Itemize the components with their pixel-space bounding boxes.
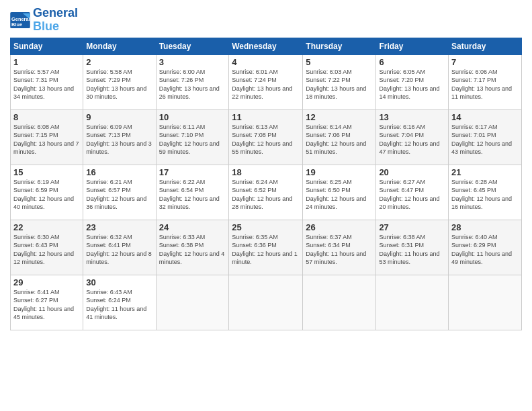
calendar-cell: 3 Sunrise: 6:00 AM Sunset: 7:26 PM Dayli… [156, 54, 229, 109]
day-number: 15 [13, 167, 80, 177]
day-number: 19 [306, 167, 373, 177]
day-number: 25 [232, 222, 300, 232]
day-info: Sunrise: 6:09 AM Sunset: 7:13 PM Dayligh… [86, 123, 152, 156]
day-info: Sunrise: 6:27 AM Sunset: 6:47 PM Dayligh… [379, 178, 445, 212]
day-info: Sunrise: 6:11 AM Sunset: 7:10 PM Dayligh… [159, 123, 226, 156]
day-number: 26 [306, 222, 373, 232]
day-number: 7 [451, 57, 519, 67]
day-info: Sunrise: 6:14 AM Sunset: 7:06 PM Dayligh… [306, 123, 373, 156]
weekday-header-wednesday: Wednesday [229, 38, 303, 54]
day-number: 2 [86, 57, 152, 67]
svg-text:Blue: Blue [11, 21, 22, 28]
calendar-cell: 16 Sunrise: 6:21 AM Sunset: 6:57 PM Dayl… [83, 165, 156, 220]
calendar-cell: 22 Sunrise: 6:30 AM Sunset: 6:43 PM Dayl… [11, 220, 83, 275]
calendar-cell: 10 Sunrise: 6:11 AM Sunset: 7:10 PM Dayl… [156, 109, 229, 165]
day-info: Sunrise: 6:16 AM Sunset: 7:04 PM Dayligh… [379, 123, 445, 156]
day-info: Sunrise: 6:22 AM Sunset: 6:54 PM Dayligh… [159, 178, 226, 212]
day-info: Sunrise: 6:32 AM Sunset: 6:41 PM Dayligh… [86, 233, 152, 267]
day-number: 3 [159, 57, 226, 67]
calendar-cell: 14 Sunrise: 6:17 AM Sunset: 7:01 PM Dayl… [449, 109, 522, 165]
logo-subtext: Blue [33, 20, 78, 34]
day-info: Sunrise: 6:33 AM Sunset: 6:38 PM Dayligh… [159, 233, 226, 267]
day-number: 28 [451, 222, 519, 232]
day-number: 4 [232, 57, 300, 67]
calendar-cell: 5 Sunrise: 6:03 AM Sunset: 7:22 PM Dayli… [303, 54, 376, 109]
calendar-cell: 8 Sunrise: 6:08 AM Sunset: 7:15 PM Dayli… [11, 109, 83, 165]
day-info: Sunrise: 6:00 AM Sunset: 7:26 PM Dayligh… [159, 68, 226, 101]
day-info: Sunrise: 6:05 AM Sunset: 7:20 PM Dayligh… [379, 68, 445, 101]
day-number: 5 [306, 57, 373, 67]
calendar-cell: 7 Sunrise: 6:06 AM Sunset: 7:17 PM Dayli… [449, 54, 522, 109]
day-number: 8 [13, 112, 80, 122]
calendar-cell: 20 Sunrise: 6:27 AM Sunset: 6:47 PM Dayl… [376, 165, 449, 220]
day-info: Sunrise: 5:57 AM Sunset: 7:31 PM Dayligh… [13, 68, 80, 101]
day-info: Sunrise: 6:13 AM Sunset: 7:08 PM Dayligh… [232, 123, 300, 156]
day-number: 11 [232, 112, 300, 122]
day-number: 10 [159, 112, 226, 122]
calendar-cell: 17 Sunrise: 6:22 AM Sunset: 6:54 PM Dayl… [156, 165, 229, 220]
weekday-header-tuesday: Tuesday [156, 38, 229, 54]
day-info: Sunrise: 6:06 AM Sunset: 7:17 PM Dayligh… [451, 68, 519, 101]
calendar-cell: 2 Sunrise: 5:58 AM Sunset: 7:29 PM Dayli… [83, 54, 156, 109]
day-number: 1 [13, 57, 80, 67]
day-info: Sunrise: 6:37 AM Sunset: 6:34 PM Dayligh… [306, 233, 373, 267]
day-number: 21 [451, 167, 519, 177]
day-info: Sunrise: 6:21 AM Sunset: 6:57 PM Dayligh… [86, 178, 152, 212]
weekday-header-friday: Friday [376, 38, 449, 54]
calendar-cell: 30 Sunrise: 6:43 AM Sunset: 6:24 PM Dayl… [83, 275, 156, 330]
day-number: 23 [86, 222, 152, 232]
weekday-header-thursday: Thursday [303, 38, 376, 54]
day-info: Sunrise: 6:08 AM Sunset: 7:15 PM Dayligh… [13, 123, 80, 156]
calendar-cell: 13 Sunrise: 6:16 AM Sunset: 7:04 PM Dayl… [376, 109, 449, 165]
day-number: 16 [86, 167, 152, 177]
calendar-cell: 28 Sunrise: 6:40 AM Sunset: 6:29 PM Dayl… [449, 220, 522, 275]
calendar-cell: 29 Sunrise: 6:41 AM Sunset: 6:27 PM Dayl… [11, 275, 83, 330]
day-info: Sunrise: 6:03 AM Sunset: 7:22 PM Dayligh… [306, 68, 373, 101]
calendar-cell: 1 Sunrise: 5:57 AM Sunset: 7:31 PM Dayli… [11, 54, 83, 109]
calendar-cell: 15 Sunrise: 6:19 AM Sunset: 6:59 PM Dayl… [11, 165, 83, 220]
day-info: Sunrise: 6:24 AM Sunset: 6:52 PM Dayligh… [232, 178, 300, 212]
day-info: Sunrise: 6:40 AM Sunset: 6:29 PM Dayligh… [451, 233, 519, 267]
calendar-cell: 9 Sunrise: 6:09 AM Sunset: 7:13 PM Dayli… [83, 109, 156, 165]
logo: General Blue General Blue [10, 7, 78, 34]
day-info: Sunrise: 6:30 AM Sunset: 6:43 PM Dayligh… [13, 233, 80, 267]
weekday-header-monday: Monday [83, 38, 156, 54]
day-number: 30 [86, 277, 152, 287]
calendar-cell: 21 Sunrise: 6:28 AM Sunset: 6:45 PM Dayl… [449, 165, 522, 220]
day-number: 13 [379, 112, 445, 122]
weekday-header-sunday: Sunday [11, 38, 83, 54]
calendar-cell [229, 275, 303, 330]
day-number: 14 [451, 112, 519, 122]
calendar-cell: 19 Sunrise: 6:25 AM Sunset: 6:50 PM Dayl… [303, 165, 376, 220]
day-info: Sunrise: 6:19 AM Sunset: 6:59 PM Dayligh… [13, 178, 80, 212]
day-info: Sunrise: 6:01 AM Sunset: 7:24 PM Dayligh… [232, 68, 300, 101]
calendar-cell [156, 275, 229, 330]
day-info: Sunrise: 6:38 AM Sunset: 6:31 PM Dayligh… [379, 233, 445, 267]
day-info: Sunrise: 6:17 AM Sunset: 7:01 PM Dayligh… [451, 123, 519, 156]
day-info: Sunrise: 6:35 AM Sunset: 6:36 PM Dayligh… [232, 233, 300, 267]
calendar-cell: 25 Sunrise: 6:35 AM Sunset: 6:36 PM Dayl… [229, 220, 303, 275]
calendar-cell: 6 Sunrise: 6:05 AM Sunset: 7:20 PM Dayli… [376, 54, 449, 109]
logo-icon: General Blue [10, 12, 30, 28]
calendar-cell [376, 275, 449, 330]
weekday-header-saturday: Saturday [449, 38, 522, 54]
day-number: 29 [13, 277, 80, 287]
day-info: Sunrise: 5:58 AM Sunset: 7:29 PM Dayligh… [86, 68, 152, 101]
day-number: 20 [379, 167, 445, 177]
day-number: 18 [232, 167, 300, 177]
day-number: 27 [379, 222, 445, 232]
day-number: 24 [159, 222, 226, 232]
calendar-cell: 4 Sunrise: 6:01 AM Sunset: 7:24 PM Dayli… [229, 54, 303, 109]
calendar-cell [449, 275, 522, 330]
day-info: Sunrise: 6:25 AM Sunset: 6:50 PM Dayligh… [306, 178, 373, 212]
day-number: 9 [86, 112, 152, 122]
day-number: 22 [13, 222, 80, 232]
calendar-cell: 24 Sunrise: 6:33 AM Sunset: 6:38 PM Dayl… [156, 220, 229, 275]
day-info: Sunrise: 6:41 AM Sunset: 6:27 PM Dayligh… [13, 288, 80, 322]
day-number: 12 [306, 112, 373, 122]
day-number: 6 [379, 57, 445, 67]
calendar-cell: 23 Sunrise: 6:32 AM Sunset: 6:41 PM Dayl… [83, 220, 156, 275]
logo-text: General [33, 7, 78, 20]
calendar-cell: 12 Sunrise: 6:14 AM Sunset: 7:06 PM Dayl… [303, 109, 376, 165]
calendar-cell: 18 Sunrise: 6:24 AM Sunset: 6:52 PM Dayl… [229, 165, 303, 220]
